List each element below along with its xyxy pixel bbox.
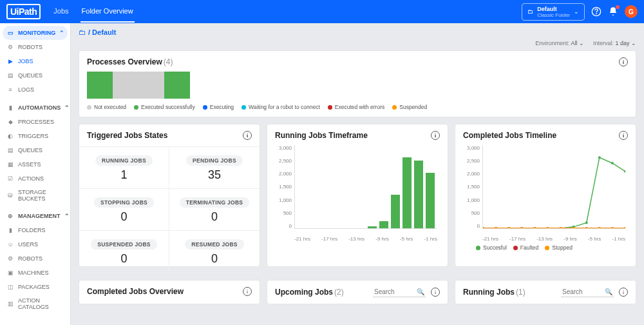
assets-icon: ▦ — [6, 161, 14, 168]
avatar[interactable]: G — [625, 5, 638, 18]
completed-jobs-overview-card: Completed Jobs Overview i — [79, 280, 260, 304]
sidebar-item-machines[interactable]: ▣MACHINES — [3, 266, 68, 280]
chevron-down-icon: ⌄ — [631, 40, 636, 46]
chevron-up-icon: ⌃ — [59, 30, 64, 36]
kpi-cell: SUSPENDED JOBS0 — [79, 231, 169, 273]
legend-item: Executed with errors — [328, 104, 384, 110]
svg-point-29 — [520, 227, 523, 228]
filters: Environment: All ⌄ Interval: 1 day ⌄ — [79, 40, 636, 46]
info-icon[interactable]: i — [431, 288, 440, 297]
folder-icon: 🗀 — [79, 28, 86, 36]
topbar: UiPath Jobs Folder Overview 🗀 Default Cl… — [0, 0, 644, 23]
bar — [391, 195, 400, 228]
robot-icon: ⚙ — [6, 43, 14, 51]
users-icon: ☺ — [6, 241, 14, 248]
folder-icon: 🗀 — [527, 8, 533, 15]
kpi-grid: RUNNING JOBS1PENDING JOBS35STOPPING JOBS… — [79, 146, 260, 273]
top-nav: Jobs Folder Overview — [52, 1, 134, 23]
bar — [426, 173, 435, 228]
sidebar-item-triggers[interactable]: ◐TRIGGERS — [3, 129, 68, 143]
sidebar-item-assets[interactable]: ▦ASSETS — [3, 157, 68, 172]
robot-icon: ⚙ — [6, 255, 14, 262]
nav-folder-overview[interactable]: Folder Overview — [80, 1, 135, 23]
bell-icon[interactable] — [608, 6, 618, 17]
storage-icon: ⛁ — [6, 192, 14, 199]
search-input-upcoming[interactable]: 🔍 — [373, 287, 426, 297]
svg-point-35 — [598, 227, 601, 228]
queue-icon: ▤ — [6, 72, 14, 79]
process-block[interactable] — [113, 72, 138, 99]
svg-point-30 — [533, 227, 536, 228]
line-chart: 3,0002,5002,0001,5001,0005000 -21 hrs-17… — [463, 145, 628, 242]
svg-point-34 — [585, 227, 588, 228]
env-filter[interactable]: Environment: All ⌄ — [535, 40, 584, 46]
info-icon[interactable]: i — [431, 131, 440, 140]
search-field[interactable] — [562, 288, 601, 295]
nav-jobs[interactable]: Jobs — [52, 1, 70, 23]
play-icon: ▶ — [6, 57, 14, 65]
search-input-running[interactable]: 🔍 — [561, 287, 614, 297]
processes-legend: Not executedExecuted successfullyExecuti… — [87, 104, 628, 110]
sidebar-item-jobs[interactable]: ▶JOBS — [3, 54, 68, 68]
sidebar: ▭ MONITORING ⌃ ⚙ROBOTS ▶JOBS ▤QUEUES ≡LO… — [0, 23, 71, 325]
search-icon: 🔍 — [417, 288, 424, 295]
process-block[interactable] — [87, 72, 113, 99]
legend-item: Waiting for a robot to connect — [242, 104, 320, 110]
count-badge: (2) — [334, 288, 344, 297]
sidebar-item-robots2[interactable]: ⚙ROBOTS — [3, 251, 68, 266]
chevron-down-icon: ⌄ — [574, 8, 579, 15]
count-badge: (1) — [516, 288, 526, 297]
card-title: Processes Overview — [87, 57, 162, 66]
interval-filter[interactable]: Interval: 1 day ⌄ — [593, 40, 636, 46]
info-icon[interactable]: i — [619, 288, 628, 297]
sidebar-item-storage[interactable]: ⛁STORAGE BUCKETS — [3, 186, 68, 205]
sidebar-item-actions[interactable]: ☑ACTIONS — [3, 172, 68, 186]
content: 🗀 / Default Environment: All ⌄ Interval:… — [71, 23, 644, 325]
sidebar-section-management[interactable]: ⊕ MANAGEMENT ⌃ — [3, 209, 68, 223]
svg-point-27 — [495, 227, 497, 228]
sidebar-item-queues2[interactable]: ▤QUEUES — [3, 143, 68, 157]
svg-point-1 — [596, 14, 597, 14]
sidebar-item-robots[interactable]: ⚙ROBOTS — [3, 40, 68, 54]
sidebar-section-monitoring[interactable]: ▭ MONITORING ⌃ — [3, 26, 68, 40]
catalog-icon: ▥ — [6, 300, 14, 308]
info-icon[interactable]: i — [619, 57, 628, 66]
sidebar-item-queues[interactable]: ▤QUEUES — [3, 68, 68, 83]
processes-overview-card: Processes Overview (4) i Not executedExe… — [79, 50, 636, 117]
sidebar-item-logs[interactable]: ≡LOGS — [3, 83, 68, 97]
sidebar-section-automations[interactable]: ▮ AUTOMATIONS ⌃ — [3, 101, 68, 115]
upcoming-jobs-card: Upcoming Jobs (2) 🔍 i — [267, 280, 448, 304]
sidebar-item-packages[interactable]: ◫PACKAGES — [3, 280, 68, 294]
completed-jobs-timeline-card: Completed Jobs Timeline i 3,0002,5002,00… — [455, 124, 636, 267]
svg-point-26 — [483, 227, 484, 228]
svg-point-12 — [611, 162, 614, 164]
logo[interactable]: UiPath — [6, 4, 41, 19]
logs-icon: ≡ — [6, 86, 14, 94]
legend-item: Succesful — [476, 244, 507, 251]
sidebar-item-users[interactable]: ☺USERS — [3, 237, 68, 251]
info-icon[interactable]: i — [619, 131, 628, 140]
kpi-cell: TERMINATING JOBS0 — [169, 189, 260, 231]
sidebar-item-processes[interactable]: ◆PROCESSES — [3, 115, 68, 129]
process-block[interactable] — [164, 72, 190, 99]
card-title: Completed Jobs Timeline — [463, 131, 556, 140]
breadcrumb[interactable]: 🗀 / Default — [79, 28, 636, 36]
info-icon[interactable]: i — [243, 287, 252, 296]
help-icon[interactable] — [591, 6, 601, 17]
search-field[interactable] — [374, 288, 413, 295]
svg-point-10 — [585, 221, 588, 224]
running-jobs-timeframe-card: Running Jobs Timeframe i 3,0002,5002,000… — [267, 124, 448, 267]
globe-icon: ⊕ — [6, 212, 14, 220]
machines-icon: ▣ — [6, 269, 14, 277]
folder-name: Default — [537, 6, 570, 12]
process-block[interactable] — [138, 72, 164, 99]
kpi-cell: RUNNING JOBS1 — [79, 147, 169, 189]
breadcrumb-path: / Default — [88, 28, 116, 36]
info-icon[interactable]: i — [243, 131, 252, 140]
legend-item: Executing — [203, 104, 234, 110]
folder-selector[interactable]: 🗀 Default Classic Folder ⌄ — [522, 3, 585, 21]
sidebar-item-catalogs[interactable]: ▥ACTION CATALOGS — [3, 294, 68, 313]
card-title: Completed Jobs Overview — [87, 287, 184, 296]
sidebar-item-folders[interactable]: ▮FOLDERS — [3, 223, 68, 237]
chevron-up-icon: ⌃ — [64, 213, 70, 219]
